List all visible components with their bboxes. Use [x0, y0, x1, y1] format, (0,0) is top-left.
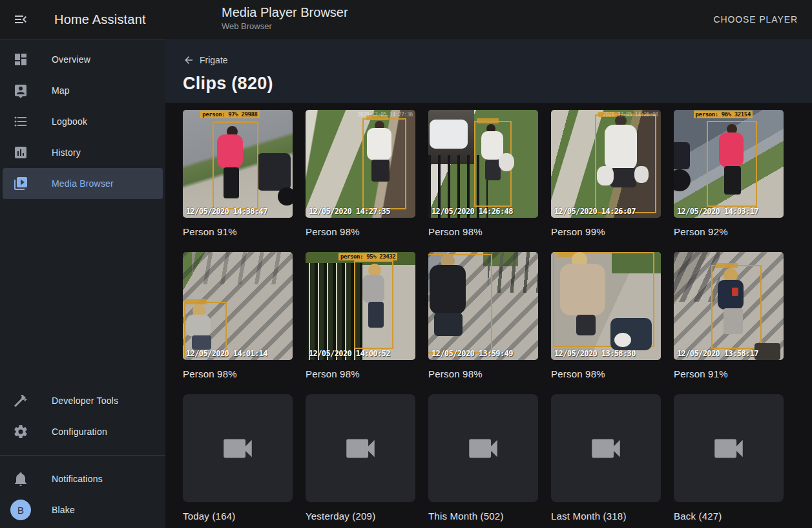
clip-thumbnail: 12/05/2020 14:26:48 [428, 110, 538, 218]
clip-timestamp: 12/05/2020 14:38:47 [186, 207, 267, 216]
play-box-multiple-icon [13, 176, 28, 191]
sidebar-item-overview[interactable]: Overview [3, 44, 163, 75]
page-title: Clips (820) [183, 74, 812, 94]
video-camera-icon [464, 430, 502, 467]
sidebar-item-configuration[interactable]: Configuration [3, 416, 163, 447]
avatar: B [10, 500, 31, 520]
clip-card[interactable]: person: 97% 29988 12/05/2020 14:38:47 Pe… [183, 110, 293, 237]
clip-caption: Person 99% [551, 226, 661, 237]
media-browser-header: Media Player Browser Web Browser [222, 5, 348, 31]
clip-timestamp: 12/05/2020 14:03:17 [677, 207, 758, 216]
clip-thumbnail: 12/05/2020 13:58:17 [674, 252, 784, 360]
camera-overlay-timestamp: 2020-12-05 14:27:36 [357, 112, 413, 118]
folder-card-back[interactable]: Back (427) [674, 394, 784, 522]
clip-card[interactable]: 2020-12-05 14:26:08 12/05/2020 14:26:07 … [551, 110, 661, 237]
sidebar-item-map[interactable]: Map [3, 75, 163, 106]
folder-tile [428, 394, 538, 502]
arrow-left-icon [183, 54, 194, 66]
clip-card[interactable]: 12/05/2020 14:01:14 Person 98% [183, 252, 293, 379]
gear-icon [13, 424, 28, 439]
clip-card[interactable]: 2020-12-05 14:27:36 12/05/2020 14:27:35 … [306, 110, 415, 237]
clip-card[interactable]: 12/05/2020 13:58:30 Person 98% [551, 252, 661, 379]
dashboard-icon [13, 52, 28, 67]
clip-card[interactable]: person: 95% 23432 12/05/2020 14:00:52 Pe… [306, 252, 415, 379]
folder-card-today[interactable]: Today (164) [183, 394, 293, 522]
folder-card-yesterday[interactable]: Yesterday (209) [306, 394, 415, 522]
clip-timestamp: 12/05/2020 14:01:14 [186, 349, 267, 359]
clip-timestamp: 12/05/2020 14:26:07 [554, 207, 636, 216]
sidebar-item-notifications[interactable]: Notifications [3, 463, 163, 494]
clip-caption: Person 98% [551, 368, 661, 379]
sidebar-item-media-browser[interactable]: Media Browser [3, 168, 163, 199]
sidebar-item-user[interactable]: B Blake [3, 494, 163, 525]
sidebar-divider [0, 455, 165, 456]
video-camera-icon [342, 430, 379, 467]
clip-thumbnail: person: 97% 29988 12/05/2020 14:38:47 [183, 110, 293, 218]
clip-timestamp: 12/05/2020 14:26:48 [432, 207, 513, 216]
detection-label-mini [477, 118, 499, 123]
detection-label: person: 95% 23432 [338, 253, 397, 260]
clip-thumbnail: 2020-12-05 14:27:36 12/05/2020 14:27:35 [306, 110, 415, 218]
clip-timestamp: 12/05/2020 14:27:35 [309, 207, 390, 216]
clip-thumbnail: person: 95% 23432 12/05/2020 14:00:52 [306, 252, 415, 360]
clip-card[interactable]: 12/05/2020 13:59:49 Person 98% [428, 252, 538, 379]
media-grid: person: 97% 29988 12/05/2020 14:38:47 Pe… [183, 110, 784, 522]
account-location-icon [13, 83, 28, 98]
clip-thumbnail: 2020-12-05 14:26:08 12/05/2020 14:26:07 [551, 110, 661, 218]
clip-card[interactable]: 12/05/2020 14:26:48 Person 98% [428, 110, 538, 237]
camera-overlay-timestamp: 2020-12-05 14:26:08 [603, 112, 658, 118]
folder-tile [306, 394, 415, 502]
video-camera-icon [219, 430, 256, 467]
menu-open-icon[interactable] [13, 12, 28, 27]
media-title: Media Player Browser [222, 5, 348, 20]
app-title: Home Assistant [54, 12, 146, 27]
clip-caption: Person 92% [674, 226, 784, 237]
main-content: Frigate Clips (820) person: 97% 29988 12… [165, 39, 812, 528]
clip-timestamp: 12/05/2020 13:59:49 [432, 349, 513, 359]
clip-timestamp: 12/05/2020 13:58:17 [677, 349, 758, 359]
clip-timestamp: 12/05/2020 13:58:30 [554, 349, 636, 359]
clip-card[interactable]: person: 96% 32154 12/05/2020 14:03:17 Pe… [674, 110, 784, 237]
folder-tile [551, 394, 661, 502]
clip-thumbnail: 12/05/2020 13:58:30 [551, 252, 661, 360]
detection-label-mini [716, 263, 738, 268]
sidebar-item-logbook[interactable]: Logbook [3, 106, 163, 137]
clip-caption: Person 98% [183, 368, 293, 379]
folder-label: This Month (502) [428, 511, 538, 522]
folder-card-last-month[interactable]: Last Month (318) [551, 394, 661, 522]
clip-timestamp: 12/05/2020 14:00:52 [309, 349, 390, 359]
app-bar: Home Assistant Media Player Browser Web … [0, 0, 812, 39]
bell-icon [13, 471, 28, 487]
clip-thumbnail: person: 96% 32154 12/05/2020 14:03:17 [674, 110, 784, 218]
hammer-icon [13, 393, 28, 408]
video-camera-icon [710, 430, 747, 467]
clip-caption: Person 98% [306, 226, 415, 237]
choose-player-button[interactable]: CHOOSE PLAYER [709, 12, 803, 27]
folder-card-this-month[interactable]: This Month (502) [428, 394, 538, 522]
sidebar-item-history[interactable]: History [3, 137, 163, 168]
detection-label: person: 97% 29988 [200, 111, 259, 118]
list-icon [13, 114, 28, 129]
clip-caption: Person 98% [428, 226, 538, 237]
sidebar: Overview Map Logbook History Media Brows… [0, 39, 165, 528]
clip-caption: Person 91% [183, 226, 293, 237]
folder-tile [674, 394, 784, 502]
sidebar-item-developer-tools[interactable]: Developer Tools [3, 385, 163, 416]
content-header: Frigate Clips (820) [165, 39, 812, 103]
folder-tile [183, 394, 293, 502]
folder-label: Today (164) [183, 511, 293, 522]
clip-thumbnail: 12/05/2020 13:59:49 [428, 252, 538, 360]
detection-label: person: 96% 32154 [694, 111, 753, 118]
clip-caption: Person 91% [674, 368, 784, 379]
chart-box-icon [13, 145, 28, 160]
video-camera-icon [587, 430, 625, 467]
media-subtitle: Web Browser [222, 21, 348, 31]
folder-label: Back (427) [674, 511, 784, 522]
folder-label: Yesterday (209) [306, 511, 415, 522]
clip-caption: Person 98% [306, 368, 415, 379]
clip-thumbnail: 12/05/2020 14:01:14 [183, 252, 293, 360]
clip-caption: Person 98% [428, 368, 538, 379]
breadcrumb[interactable]: Frigate [183, 54, 228, 66]
folder-label: Last Month (318) [551, 511, 661, 522]
clip-card[interactable]: 12/05/2020 13:58:17 Person 91% [674, 252, 784, 379]
